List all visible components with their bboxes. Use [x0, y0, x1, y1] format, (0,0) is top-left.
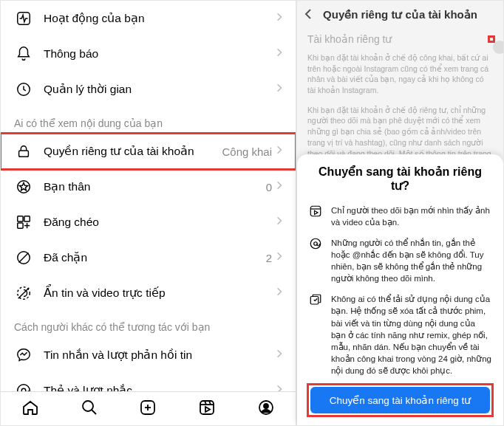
row-label: Tin nhắn và lượt phản hồi tin: [44, 348, 276, 362]
detail-header: Quyền riêng tư của tài khoản: [297, 1, 503, 29]
star-icon: [14, 177, 33, 196]
messenger-icon: [14, 346, 33, 365]
mention-icon: [309, 237, 324, 284]
tab-search[interactable]: [81, 399, 98, 419]
svg-point-14: [18, 385, 30, 391]
clock-icon: [14, 80, 33, 99]
row-close-friends[interactable]: Bạn thân 0: [1, 169, 296, 205]
chevron-right-icon: [276, 286, 282, 300]
row-label: Thẻ và lượt nhắc: [44, 384, 276, 391]
row-label: Hoạt động của bạn: [44, 12, 276, 25]
row-value: Công khai: [222, 145, 272, 158]
back-button[interactable]: [304, 8, 312, 22]
bullet-text: Không ai có thể tải sử dụng nội dung của…: [331, 293, 491, 377]
bell-icon: [14, 44, 33, 63]
privacy-detail-panel: Quyền riêng tư của tài khoản Tài khoản r…: [297, 1, 503, 425]
row-account-privacy[interactable]: Quyền riêng tư của tài khoản Công khai: [1, 134, 296, 169]
svg-rect-5: [18, 216, 23, 221]
bullet-text: Chỉ người theo dõi bạn mới nhìn thấy ảnh…: [331, 205, 491, 228]
row-label: Bạn thân: [44, 180, 266, 193]
section-who-can-see: Ai có thể xem nội dung của bạn: [1, 107, 296, 134]
sheet-bullet-1: Chỉ người theo dõi bạn mới nhìn thấy ảnh…: [309, 205, 491, 228]
row-value: 0: [266, 181, 272, 193]
activity-icon: [14, 9, 33, 28]
sheet-bullet-3: Không ai có thể tải sử dụng nội dung của…: [309, 293, 491, 377]
row-hide-story[interactable]: Ẩn tin và video trực tiếp: [1, 275, 296, 311]
reels-icon: [309, 205, 324, 228]
chevron-right-icon: [276, 47, 282, 61]
toggle-highlight: [490, 38, 493, 41]
private-account-row: Tài khoản riêng tư: [297, 29, 503, 49]
svg-line-11: [19, 253, 29, 263]
row-label: Quản lý thời gian: [44, 83, 276, 96]
sheet-title: Chuyển sang tài khoản riêng tư?: [309, 165, 491, 193]
svg-point-27: [264, 404, 268, 408]
row-value: 2: [266, 252, 272, 264]
row-tags-mentions[interactable]: Thẻ và lượt nhắc: [1, 373, 296, 391]
settings-list: Hoạt động của bạn Thông báo Quản lý thời…: [1, 1, 296, 391]
tab-reels[interactable]: [198, 399, 216, 419]
mention-icon: [14, 381, 33, 391]
row-notifications[interactable]: Thông báo: [1, 36, 296, 72]
row-label: Đăng chéo: [44, 216, 276, 229]
tab-create[interactable]: [139, 399, 157, 419]
reuse-icon: [309, 293, 324, 377]
svg-point-16: [83, 401, 93, 411]
confirm-sheet: Chuyển sang tài khoản riêng tư? Chỉ ngườ…: [297, 154, 503, 425]
svg-rect-7: [18, 223, 23, 228]
svg-point-15: [21, 388, 26, 391]
sheet-bullet-2: Những người có thể nhắn tin, gắn thẻ hoặ…: [309, 237, 491, 284]
hide-icon: [14, 284, 33, 303]
svg-rect-6: [24, 216, 30, 221]
chevron-right-icon: [276, 348, 282, 362]
bullet-text: Những người có thể nhắn tin, gắn thẻ hoặ…: [331, 237, 491, 284]
settings-list-panel: Hoạt động của bạn Thông báo Quản lý thời…: [1, 1, 297, 425]
switch-private-button[interactable]: Chuyển sang tài khoản riêng tư: [310, 387, 490, 413]
svg-line-17: [92, 410, 96, 414]
svg-marker-4: [20, 183, 28, 191]
row-label: Đã chặn: [44, 251, 266, 264]
lock-icon: [14, 142, 33, 161]
svg-point-32: [314, 242, 318, 246]
chevron-right-icon: [276, 384, 282, 391]
row-crosspost[interactable]: Đăng chéo: [1, 205, 296, 240]
chevron-right-icon: [276, 12, 282, 25]
chevron-right-icon: [276, 251, 282, 264]
toggle-label: Tài khoản riêng tư: [307, 33, 490, 45]
chevron-right-icon: [276, 216, 282, 229]
tab-profile[interactable]: [257, 399, 275, 419]
bottom-tab-bar: [1, 391, 296, 425]
row-activity[interactable]: Hoạt động của bạn: [1, 1, 296, 36]
row-time-management[interactable]: Quản lý thời gian: [1, 72, 296, 107]
privacy-description-1: Khi bạn đặt tài khoản ở chế độ công khai…: [297, 49, 503, 102]
row-messages[interactable]: Tin nhắn và lượt phản hồi tin: [1, 337, 296, 373]
chevron-right-icon: [276, 145, 282, 158]
chevron-right-icon: [276, 180, 282, 193]
tab-home[interactable]: [21, 399, 39, 419]
row-label: Ẩn tin và video trực tiếp: [44, 286, 276, 300]
cta-highlight: Chuyển sang tài khoản riêng tư: [309, 385, 491, 415]
detail-title: Quyền riêng tư của tài khoản: [323, 8, 477, 21]
crosspost-icon: [14, 213, 33, 232]
svg-rect-2: [19, 151, 29, 157]
section-how-interact: Cách người khác có thể tương tác với bạn: [1, 311, 296, 337]
row-label: Thông báo: [44, 47, 276, 61]
row-blocked[interactable]: Đã chặn 2: [1, 240, 296, 275]
chevron-right-icon: [276, 83, 282, 96]
svg-marker-30: [315, 210, 319, 214]
svg-marker-25: [205, 407, 210, 412]
block-icon: [14, 248, 33, 267]
row-label: Quyền riêng tư của tài khoản: [44, 145, 222, 158]
